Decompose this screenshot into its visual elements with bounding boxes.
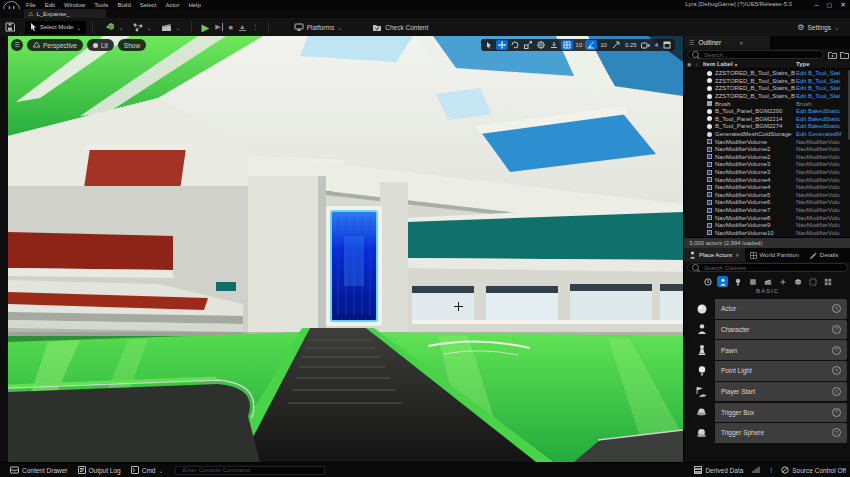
type-column[interactable]: Type — [796, 61, 810, 67]
drag-handle-icon[interactable]: ? — [832, 325, 841, 334]
table-row[interactable]: NavModifierVolume4NavModifierVolu — [684, 176, 849, 184]
minimize-button[interactable]: – — [815, 1, 819, 8]
list-item-trigger-sphere[interactable]: Trigger Sphere? — [689, 423, 847, 443]
table-row[interactable]: NavModifierVolume10NavModifierVolu — [684, 229, 849, 237]
table-row[interactable]: NavModifierVolume3NavModifierVolu — [684, 161, 849, 169]
eye-icon[interactable]: ◉ — [687, 61, 691, 67]
category-all-classes-icon[interactable] — [822, 276, 833, 287]
list-item-pawn[interactable]: Pawn? — [689, 340, 847, 360]
camera-speed-icon[interactable] — [640, 40, 652, 50]
alert-icon[interactable]: ! — [770, 467, 772, 474]
play-button[interactable]: ▶ — [201, 22, 209, 33]
save-icon[interactable] — [5, 22, 15, 32]
drag-handle-icon[interactable]: ? — [832, 304, 841, 313]
frame-skip-button[interactable]: ▶ — [215, 23, 222, 31]
source-control-button[interactable]: Source Control Off — [781, 466, 846, 474]
menu-file[interactable]: File — [26, 2, 36, 8]
table-row[interactable]: ZZSTORED_B_Tool_Stairs_BGM3Edit B_Tool_S… — [684, 85, 849, 93]
tab-details[interactable]: Details — [804, 248, 843, 262]
table-row[interactable]: NavModifierVolume9NavModifierVolu — [684, 222, 849, 230]
drag-handle-icon[interactable]: ? — [832, 366, 841, 375]
menu-tools[interactable]: Tools — [94, 2, 108, 8]
table-row[interactable]: B_Tool_Panel_BGM2200Edit BakedStatic — [684, 108, 849, 116]
tab-outliner[interactable]: ☰ Outliner ✕ — [684, 36, 770, 49]
restore-button[interactable]: ▢ — [826, 1, 832, 8]
scale-snap-icon[interactable] — [610, 40, 622, 50]
menu-window[interactable]: Window — [64, 2, 85, 8]
platforms-dropdown[interactable]: Platforms ⌄ — [289, 20, 347, 34]
category-shapes-icon[interactable] — [747, 276, 758, 287]
rotation-snap-icon[interactable] — [585, 40, 597, 50]
menu-build[interactable]: Build — [117, 2, 130, 8]
sort-icon[interactable]: ↓ — [695, 61, 698, 67]
create-folder-icon[interactable] — [828, 51, 837, 59]
list-item-actor[interactable]: Actor? — [689, 299, 847, 319]
category-geometry-icon[interactable] — [792, 276, 803, 287]
table-row[interactable]: B_Tool_Panel_BGM2214Edit BakedStatic — [684, 115, 849, 123]
viewport-options-icon[interactable]: ☰ — [11, 39, 23, 51]
add-actor-button[interactable]: ⌄ — [99, 20, 128, 34]
outliner-settings-icon[interactable] — [840, 51, 849, 59]
show-dropdown[interactable]: Show — [118, 39, 146, 51]
list-item-character[interactable]: Character? — [689, 320, 847, 340]
table-row[interactable]: NavModifierVolume5NavModifierVolu — [684, 191, 849, 199]
scale-tool-icon[interactable] — [522, 40, 534, 50]
table-row[interactable]: BrushBrush — [684, 100, 849, 108]
close-icon[interactable]: ✕ — [735, 252, 739, 258]
move-tool-icon[interactable] — [496, 40, 508, 50]
item-label-column[interactable]: Item Label — [703, 61, 733, 67]
level-tab[interactable]: ⚠ L_Expanse_ — [24, 9, 106, 18]
drag-handle-icon[interactable]: ? — [832, 387, 841, 396]
drag-handle-icon[interactable]: ? — [832, 428, 841, 437]
menu-edit[interactable]: Edit — [45, 2, 55, 8]
tab-place-actors[interactable]: Place Actors ✕ — [684, 248, 745, 262]
outliner-column-header[interactable]: ◉ ↓ Item Label ▾ Type — [684, 60, 850, 69]
blueprints-button[interactable]: ⌄ — [128, 20, 156, 34]
scale-snap-value[interactable]: 0.25 — [623, 42, 639, 48]
check-content-button[interactable]: Check Content — [367, 20, 433, 34]
category-volumes-icon[interactable] — [807, 276, 818, 287]
select-tool-icon[interactable] — [483, 40, 495, 50]
play-options-kebab[interactable]: ⋮ — [252, 23, 259, 31]
surface-snap-icon[interactable] — [548, 40, 560, 50]
table-row[interactable]: NavModifierVolumeNavModifierVolu — [684, 138, 849, 146]
place-actors-search-input[interactable] — [687, 263, 848, 272]
table-row[interactable]: NavModifierVolume8NavModifierVolu — [684, 214, 849, 222]
table-row[interactable]: NavModifierVolume7NavModifierVolu — [684, 206, 849, 214]
outliner-search-input[interactable] — [687, 50, 824, 59]
list-item-player-start[interactable]: Player Start? — [689, 382, 847, 402]
tab-world-partition[interactable]: World Partition — [745, 248, 804, 262]
table-row[interactable]: GeneratedMeshColdStorageEdit GeneratedM — [684, 130, 849, 138]
content-drawer-button[interactable]: Content Drawer — [10, 466, 68, 474]
drag-handle-icon[interactable]: ? — [832, 408, 841, 417]
rotate-tool-icon[interactable] — [509, 40, 521, 50]
menu-select[interactable]: Select — [140, 2, 157, 8]
stop-button[interactable]: ■ — [229, 24, 233, 31]
rotation-snap-value[interactable]: 10 — [598, 42, 609, 48]
table-row[interactable]: NavModifierVolume4NavModifierVolu — [684, 184, 849, 192]
table-row[interactable]: B_Tool_Panel_BGM2274Edit BakedStatic — [684, 123, 849, 131]
output-log-button[interactable]: Output Log — [78, 466, 121, 474]
table-row[interactable]: ZZSTORED_B_Tool_Stairs_BGM3Edit B_Tool_S… — [684, 92, 849, 100]
derived-data-button[interactable]: Derived Data — [694, 466, 743, 474]
drag-handle-icon[interactable]: ? — [832, 346, 841, 355]
category-cinematic-icon[interactable] — [762, 276, 773, 287]
lit-dropdown[interactable]: Lit — [87, 39, 114, 51]
table-row[interactable]: NavModifierVolume3NavModifierVolu — [684, 168, 849, 176]
cinematics-button[interactable]: ⌄ — [156, 20, 185, 34]
perspective-dropdown[interactable]: Perspective — [27, 39, 83, 51]
table-row[interactable]: NavModifierVolume2NavModifierVolu — [684, 153, 849, 161]
table-row[interactable]: ZZSTORED_B_Tool_Stairs_BGM3Edit B_Tool_S… — [684, 70, 849, 78]
select-mode-dropdown[interactable]: Select Mode ⌄ — [25, 21, 86, 34]
grid-snap-icon[interactable] — [561, 40, 573, 50]
menu-help[interactable]: Help — [188, 2, 200, 8]
list-item-point-light[interactable]: Point Light? — [689, 361, 847, 381]
console-command-input[interactable] — [175, 466, 325, 475]
list-item-trigger-box[interactable]: Trigger Box? — [689, 403, 847, 423]
category-lights-icon[interactable] — [732, 276, 743, 287]
menu-actor[interactable]: Actor — [165, 2, 179, 8]
maximize-viewport-icon[interactable] — [661, 40, 673, 50]
table-row[interactable]: NavModifierVolume6NavModifierVolu — [684, 199, 849, 207]
eject-button[interactable]: ▲ — [239, 24, 246, 31]
cmd-dropdown[interactable]: Cmd ⌄ — [131, 466, 164, 474]
